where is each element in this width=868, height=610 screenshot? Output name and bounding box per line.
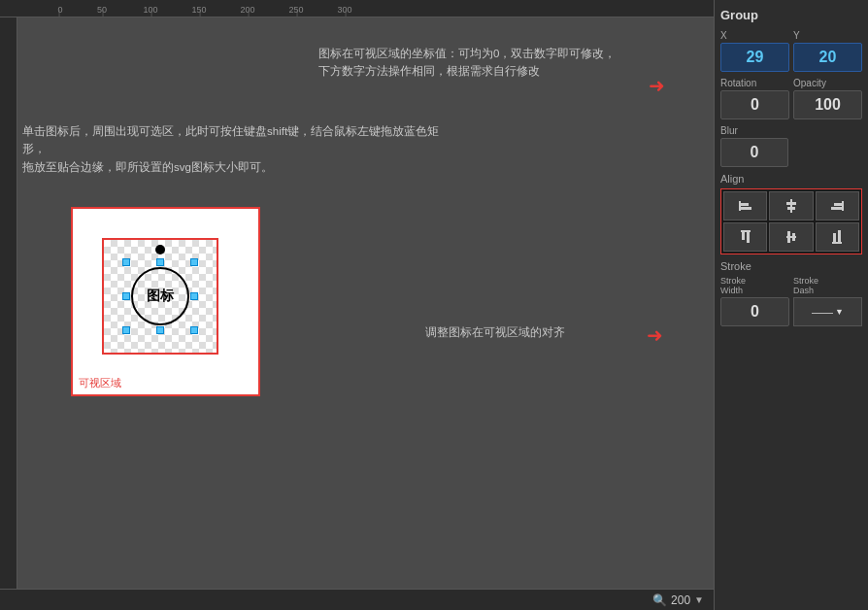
y-input[interactable] xyxy=(793,43,862,72)
arrow-to-panel-1: ➜ xyxy=(649,74,665,97)
align-left-btn[interactable] xyxy=(723,191,767,220)
visible-area-label: 可视区域 xyxy=(79,376,121,390)
opacity-input[interactable] xyxy=(793,90,862,119)
align-grid xyxy=(720,188,862,254)
align-right-btn[interactable] xyxy=(816,191,859,220)
stroke-section: Stroke StrokeWidth StrokeDash —— ▼ xyxy=(720,260,862,326)
align-middle-v-btn[interactable] xyxy=(769,222,813,252)
ruler-left xyxy=(0,17,17,589)
opacity-label: Opacity xyxy=(793,78,862,88)
ruler-mark-300: 300 xyxy=(320,5,369,15)
svg-rect-5 xyxy=(787,207,795,210)
blur-group: Blur xyxy=(720,125,862,167)
stroke-row: StrokeWidth StrokeDash —— ▼ xyxy=(720,276,862,326)
stroke-dash-label: StrokeDash xyxy=(793,276,862,295)
svg-rect-7 xyxy=(834,203,842,206)
annotation-3: 调整图标在可视区域的对齐 xyxy=(425,323,565,341)
arrow-to-align: ➜ xyxy=(647,323,663,347)
svg-rect-6 xyxy=(842,201,844,211)
svg-rect-1 xyxy=(741,203,749,206)
ruler-mark-100: 100 xyxy=(126,5,175,15)
ruler-top: 0 50 100 150 200 250 300 xyxy=(0,0,714,17)
align-top-icon xyxy=(737,228,754,246)
align-center-h-icon xyxy=(783,197,800,215)
svg-rect-8 xyxy=(831,207,842,210)
icon-demo-inner: 图标 xyxy=(102,238,218,355)
stroke-width-group: StrokeWidth xyxy=(720,276,789,326)
svg-rect-0 xyxy=(739,201,741,211)
canvas-area: 图标在可视区域的坐标值：可均为0，双击数字即可修改， 下方数字方法操作相同，根据… xyxy=(17,17,714,589)
stroke-dash-arrow: ▼ xyxy=(835,307,844,317)
blur-row: Blur xyxy=(720,125,862,167)
panel-title: Group xyxy=(720,8,862,22)
svg-rect-9 xyxy=(741,230,751,232)
zoom-icon: 🔍 xyxy=(652,593,667,607)
stroke-width-input[interactable] xyxy=(720,297,789,326)
handle-tr[interactable] xyxy=(190,258,198,266)
annotation-1: 图标在可视区域的坐标值：可均为0，双击数字即可修改， 下方数字方法操作相同，根据… xyxy=(318,45,616,81)
align-center-h-btn[interactable] xyxy=(769,191,813,220)
handle-bl[interactable] xyxy=(122,326,130,334)
svg-rect-13 xyxy=(787,231,790,243)
right-panel: Group X Y Rotation Opacity Blur Align xyxy=(714,0,868,610)
y-group: Y xyxy=(793,30,862,72)
ruler-mark-0: 0 xyxy=(39,5,78,15)
stroke-label: Stroke xyxy=(720,260,862,272)
handle-tm[interactable] xyxy=(156,258,164,266)
svg-rect-11 xyxy=(747,232,750,243)
xy-row: X Y xyxy=(720,30,862,72)
svg-rect-3 xyxy=(790,199,792,213)
rotation-label: Rotation xyxy=(720,78,789,88)
x-label: X xyxy=(720,30,789,41)
handle-tl[interactable] xyxy=(122,258,130,266)
align-top-btn[interactable] xyxy=(723,222,767,252)
rotation-input[interactable] xyxy=(720,90,789,119)
svg-rect-4 xyxy=(786,202,796,205)
blur-label: Blur xyxy=(720,125,862,136)
rotation-dot[interactable] xyxy=(155,245,165,254)
handle-br[interactable] xyxy=(190,326,198,334)
ruler-marks: 0 50 100 150 200 250 300 xyxy=(0,5,369,15)
icon-label-text: 图标 xyxy=(147,288,174,305)
handle-mr[interactable] xyxy=(190,292,198,300)
blur-input[interactable] xyxy=(720,138,788,167)
status-bar: 🔍 200 ▼ xyxy=(0,589,714,610)
svg-rect-17 xyxy=(838,230,841,242)
align-bottom-icon xyxy=(828,228,846,246)
ruler-mark-250: 250 xyxy=(272,5,320,15)
x-group: X xyxy=(720,30,789,72)
handle-ml[interactable] xyxy=(122,292,130,300)
x-input[interactable] xyxy=(720,43,789,72)
svg-rect-14 xyxy=(792,233,795,241)
align-middle-v-icon xyxy=(783,228,800,246)
svg-rect-10 xyxy=(742,232,745,240)
stroke-dash-btn[interactable]: —— ▼ xyxy=(793,297,862,326)
svg-rect-16 xyxy=(833,233,836,242)
ruler-mark-50: 50 xyxy=(78,5,126,15)
align-left-icon xyxy=(737,197,754,215)
icon-demo-area: 图标 可视区域 xyxy=(71,207,260,396)
stroke-dash-group: StrokeDash —— ▼ xyxy=(793,276,862,326)
ruler-mark-200: 200 xyxy=(223,5,272,15)
svg-rect-2 xyxy=(741,207,751,210)
opacity-group: Opacity xyxy=(793,78,862,119)
y-label: Y xyxy=(793,30,862,41)
rotation-opacity-row: Rotation Opacity xyxy=(720,78,862,119)
align-label: Align xyxy=(720,173,862,185)
align-bottom-btn[interactable] xyxy=(816,222,859,252)
svg-rect-15 xyxy=(832,242,842,244)
handle-bm[interactable] xyxy=(156,326,164,334)
stroke-width-label: StrokeWidth xyxy=(720,276,789,295)
stroke-dash-value: —— xyxy=(812,306,833,318)
rotation-group: Rotation xyxy=(720,78,789,119)
annotation-2: 单击图标后，周围出现可选区，此时可按住键盘shift键，结合鼠标左键拖放蓝色矩形… xyxy=(22,122,450,176)
zoom-value: 200 xyxy=(671,593,690,607)
zoom-dropdown-arrow[interactable]: ▼ xyxy=(694,594,704,605)
align-right-icon xyxy=(828,197,846,215)
ruler-mark-150: 150 xyxy=(175,5,223,15)
